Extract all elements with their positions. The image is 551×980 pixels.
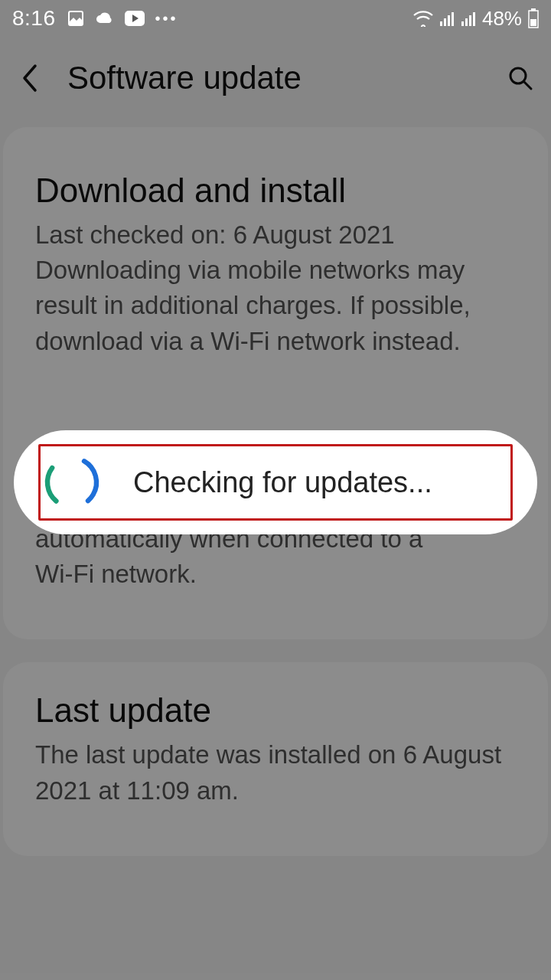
- youtube-icon: [125, 11, 145, 26]
- signal-1-icon: [439, 11, 455, 26]
- wifi-icon: [413, 10, 433, 27]
- cloud-icon: [96, 11, 114, 26]
- image-icon: [67, 9, 85, 28]
- svg-rect-8: [469, 15, 471, 26]
- svg-rect-3: [444, 18, 446, 26]
- svg-point-15: [41, 452, 103, 513]
- svg-rect-2: [440, 21, 442, 26]
- svg-rect-12: [530, 19, 536, 26]
- battery-percent: 48%: [482, 7, 522, 31]
- more-icon: •••: [155, 10, 178, 28]
- status-time: 8:16: [12, 6, 56, 31]
- signal-2-icon: [461, 11, 476, 26]
- svg-rect-7: [465, 18, 468, 26]
- svg-rect-6: [461, 21, 464, 26]
- checking-updates-dialog: Checking for updates...: [14, 430, 537, 534]
- status-bar: 8:16 ••• 48%: [0, 0, 551, 37]
- svg-point-16: [41, 452, 103, 513]
- svg-rect-9: [473, 12, 475, 26]
- svg-rect-4: [448, 15, 450, 26]
- svg-rect-5: [452, 12, 454, 26]
- loading-spinner-icon: [41, 452, 103, 513]
- dialog-message: Checking for updates...: [133, 466, 432, 499]
- battery-icon: [528, 8, 539, 28]
